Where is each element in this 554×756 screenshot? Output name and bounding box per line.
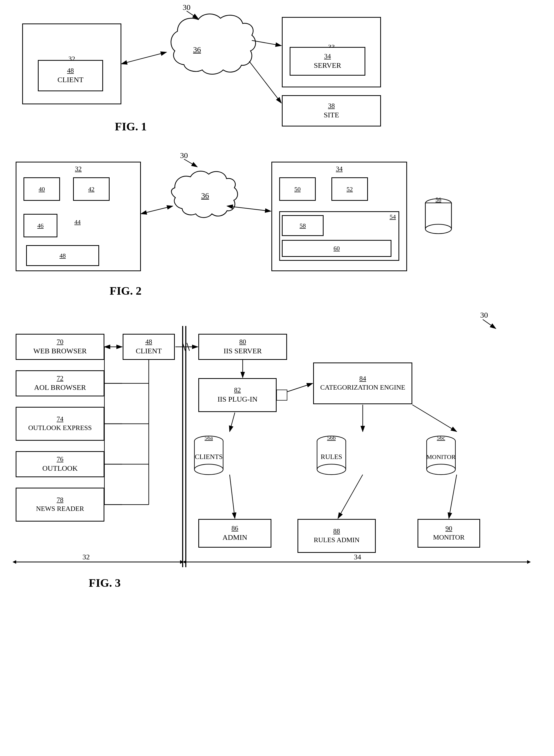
svg-marker-29: [12, 560, 16, 564]
fig2-54-label: 54: [390, 213, 396, 220]
fig3-admin86-box: 86 ADMIN: [198, 519, 271, 548]
fig3-76-num: 76: [57, 455, 63, 463]
svg-marker-30: [180, 560, 184, 564]
fig1-ref30-label: 30: [183, 3, 190, 11]
svg-marker-34: [527, 560, 531, 564]
fig1-client-box: 48 CLIENT: [38, 60, 103, 91]
svg-marker-33: [183, 560, 186, 564]
fig2-cloud-shape: 36: [171, 171, 238, 217]
fig3-admin86-num: 86: [231, 524, 238, 532]
fig1-label: FIG. 1: [115, 120, 147, 133]
fig2-device-cloud-arrow: [141, 206, 173, 214]
fig2-server-num: 34: [336, 165, 343, 173]
fig2-box42: 42: [73, 177, 110, 201]
svg-text:56: 56: [436, 196, 441, 203]
svg-point-58: [317, 464, 346, 475]
fig1-ref30-arrow: [186, 11, 198, 19]
fig3-iis80-num: 80: [239, 338, 246, 346]
fig2-box48: 48: [26, 245, 99, 266]
svg-text:CLIENTS: CLIENTS: [195, 453, 223, 460]
fig2-device-num: 32: [75, 165, 82, 173]
fig3-rulesadmin88-num: 88: [333, 527, 340, 535]
fig2-box52: 52: [331, 177, 368, 201]
fig3-client48-num: 48: [145, 338, 152, 346]
fig3-iis82-label: IIS PLUG-IN: [217, 394, 257, 404]
svg-text:MONITOR: MONITOR: [426, 453, 456, 460]
fig3-monitor90-num: 90: [445, 525, 452, 532]
fig3-ref30-arrow: [483, 319, 496, 329]
svg-text:56c: 56c: [437, 434, 445, 441]
fig3-client48-label: CLIENT: [136, 346, 162, 356]
fig2-box50: 50: [279, 177, 316, 201]
fig3-outlook-box: 76 OUTLOOK: [16, 451, 104, 477]
fig1-device-cloud-arrow: [121, 52, 166, 64]
fig1-site-box: 38 SITE: [282, 95, 381, 126]
svg-line-18: [230, 413, 235, 432]
fig3-web-browser-box: 70 WEB BROWSER: [16, 334, 104, 360]
fig3-78-num: 78: [57, 496, 63, 504]
svg-text:56a: 56a: [205, 434, 213, 441]
svg-line-10: [187, 343, 189, 351]
fig2-box46: 46: [23, 214, 57, 237]
fig3-70-label: WEB BROWSER: [34, 346, 87, 356]
fig3-label: FIG. 3: [89, 576, 121, 590]
fig1-server-label: SERVER: [314, 61, 341, 70]
fig3-72-num: 72: [57, 374, 63, 382]
fig1-cloud-computer-arrow: [252, 41, 281, 46]
fig3-db56c: 56c MONITOR: [423, 433, 459, 481]
svg-point-45: [425, 224, 451, 234]
fig2-box58: 58: [282, 215, 324, 236]
svg-line-19: [277, 383, 313, 395]
svg-line-24: [338, 475, 363, 518]
fig3-74-num: 74: [57, 415, 63, 423]
fig3-70-num: 70: [57, 338, 63, 346]
fig3-74-label: OUTLOOK EXPRESS: [28, 424, 92, 432]
fig3-aol-browser-box: 72 AOL BROWSER: [16, 370, 104, 396]
fig3-admin86-label: ADMIN: [223, 533, 247, 542]
fig2-44-label: 44: [74, 218, 80, 226]
fig1-cloud-shape: 36: [171, 14, 256, 74]
fig1-cloud-site-arrow: [249, 61, 281, 103]
fig3-ref30-label: 30: [480, 311, 488, 319]
fig2-label: FIG. 2: [110, 284, 142, 298]
fig3-iis80-box: 80 IIS SERVER: [198, 334, 287, 360]
fig3-news-reader-box: 78 NEWS READER: [16, 488, 104, 521]
fig1-site-label: SITE: [324, 110, 339, 120]
svg-point-65: [427, 464, 455, 475]
fig3-cat84-num: 84: [359, 375, 366, 383]
fig2-db56: 56: [423, 196, 454, 238]
svg-line-9: [183, 343, 185, 351]
fig3-72-label: AOL BROWSER: [34, 383, 86, 392]
svg-point-51: [195, 464, 223, 475]
svg-text:36: 36: [201, 191, 209, 200]
svg-text:RULES: RULES: [321, 453, 342, 460]
fig1-server-num: 34: [324, 52, 331, 60]
fig2-box60: 60: [282, 240, 391, 257]
fig3-db56a: 56a CLIENTS: [190, 433, 227, 481]
fig2-ref30-label: 30: [180, 151, 188, 160]
fig2-ref30-arrow: [184, 159, 197, 167]
svg-text:36: 36: [193, 45, 201, 54]
fig1-client-num: 48: [67, 67, 74, 75]
fig3-cat84-label: CATEGORIZATION ENGINE: [320, 383, 405, 392]
svg-rect-20: [277, 390, 287, 400]
svg-text:56b: 56b: [327, 434, 336, 441]
fig3-outlook-express-box: 74 OUTLOOK EXPRESS: [16, 407, 104, 441]
fig2-cloud-server-arrow: [227, 206, 271, 211]
svg-line-25: [449, 475, 457, 518]
fig1-server-box: 34 SERVER: [290, 47, 365, 76]
fig3-client48-box: 48 CLIENT: [123, 334, 175, 360]
svg-line-23: [230, 475, 235, 518]
fig3-iis80-label: IIS SERVER: [224, 346, 262, 356]
fig2-box40: 40: [23, 177, 60, 201]
fig3-78-label: NEWS READER: [36, 504, 84, 513]
fig3-monitor90-label: MONITOR: [433, 533, 465, 542]
fig1-client-label: CLIENT: [57, 75, 84, 84]
svg-text:32: 32: [82, 553, 90, 561]
fig1-site-num: 38: [328, 102, 335, 110]
fig3-monitor90-box: 90 MONITOR: [418, 519, 480, 548]
fig3-rulesadmin88-label: RULES ADMIN: [314, 536, 359, 545]
fig3-iis82-box: 82 IIS PLUG-IN: [198, 378, 277, 412]
fig3-76-label: OUTLOOK: [42, 464, 77, 473]
fig3-db56b: 56b RULES: [313, 433, 350, 481]
